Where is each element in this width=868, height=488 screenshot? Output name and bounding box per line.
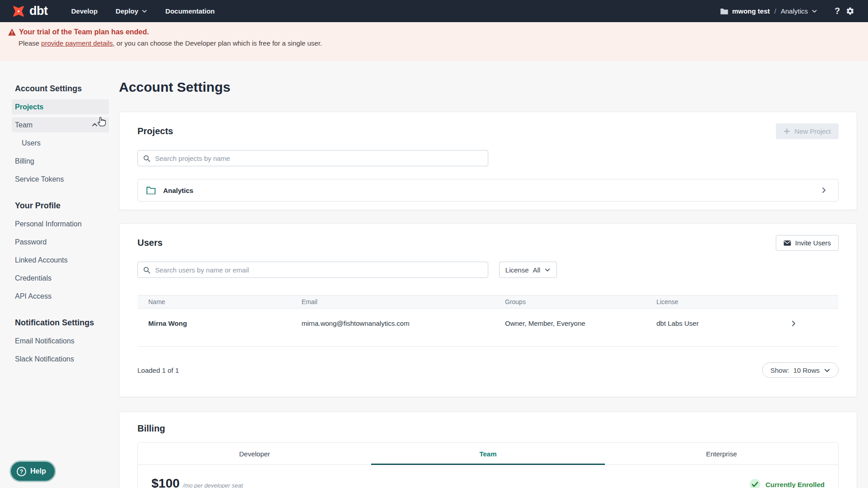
- check-icon: [750, 479, 760, 488]
- projects-section-title: Projects: [137, 126, 173, 136]
- tab-enterprise[interactable]: Enterprise: [605, 443, 838, 465]
- billing-plan-tabs: Developer Team Enterprise: [138, 443, 838, 465]
- chevron-down-icon: [544, 267, 551, 273]
- top-navigation-bar: dbt Develop Deploy Documentation mwong t…: [0, 0, 868, 22]
- price-suffix: /mo per developer seat: [183, 482, 243, 488]
- question-circle-icon: ?: [17, 467, 26, 476]
- users-card: Users Invite Users: [119, 223, 857, 397]
- sidebar-heading-notification-settings: Notification Settings: [15, 318, 109, 328]
- main-content: Account Settings Projects New Project: [119, 79, 857, 488]
- sidebar-item-team[interactable]: Team: [12, 117, 109, 132]
- banner-body: Please provide payment details, or you c…: [19, 39, 868, 47]
- settings-sidebar: Account Settings Projects Team Users Bil…: [12, 84, 109, 370]
- help-floating-button[interactable]: ? Help: [11, 462, 55, 481]
- sidebar-item-projects[interactable]: Projects: [12, 99, 109, 114]
- dbt-logo[interactable]: dbt: [12, 4, 47, 18]
- table-row-user[interactable]: Mirna Wong mirna.wong@fishtownanalytics.…: [137, 309, 839, 347]
- users-search-input[interactable]: [137, 262, 488, 278]
- tab-team[interactable]: Team: [371, 443, 604, 465]
- provide-payment-details-link[interactable]: provide payment details: [41, 39, 113, 47]
- chevron-down-icon: [142, 8, 147, 14]
- chevron-right-icon: [820, 187, 827, 194]
- column-header-email: Email: [302, 298, 505, 305]
- sidebar-item-password[interactable]: Password: [12, 235, 109, 249]
- sidebar-item-users[interactable]: Users: [12, 136, 109, 150]
- column-header-name: Name: [137, 298, 302, 305]
- chevron-right-icon: [748, 319, 839, 327]
- users-table-header: Name Email Groups License: [137, 296, 839, 309]
- sidebar-heading-account-settings: Account Settings: [15, 84, 109, 94]
- column-header-license: License: [656, 298, 748, 305]
- search-icon: [143, 155, 151, 162]
- envelope-icon: [783, 240, 791, 246]
- help-icon[interactable]: ?: [831, 5, 844, 18]
- sidebar-item-personal-information[interactable]: Personal Information: [12, 216, 109, 231]
- account-name: mwong test: [732, 7, 769, 15]
- projects-search: [137, 150, 488, 166]
- page-title: Account Settings: [119, 79, 857, 95]
- current-project-name: Analytics: [781, 7, 808, 15]
- sidebar-item-api-access[interactable]: API Access: [12, 289, 109, 304]
- brand-name: dbt: [29, 4, 47, 18]
- sidebar-heading-your-profile: Your Profile: [15, 201, 109, 211]
- sidebar-item-service-tokens[interactable]: Service Tokens: [12, 172, 109, 187]
- sidebar-item-credentials[interactable]: Credentials: [12, 271, 109, 286]
- invite-users-button[interactable]: Invite Users: [776, 235, 839, 251]
- users-section-title: Users: [137, 238, 163, 248]
- show-rows-value: 10 Rows: [793, 366, 820, 374]
- topbar-right: mwong test / Analytics ?: [720, 5, 856, 18]
- sidebar-item-email-notifications[interactable]: Email Notifications: [12, 333, 109, 348]
- tab-developer[interactable]: Developer: [138, 443, 371, 465]
- user-name-cell: Mirna Wong: [137, 319, 302, 327]
- sidebar-item-slack-notifications[interactable]: Slack Notifications: [12, 352, 109, 366]
- trial-ended-banner: Your trial of the Team plan has ended. P…: [0, 22, 868, 61]
- column-header-groups: Groups: [505, 298, 656, 305]
- folder-icon: [146, 186, 156, 194]
- license-filter-dropdown[interactable]: License All: [499, 262, 557, 278]
- loaded-count-text: Loaded 1 of 1: [137, 366, 179, 374]
- gear-icon[interactable]: [844, 5, 856, 18]
- chevron-up-icon: [91, 122, 98, 128]
- account-project-switcher[interactable]: mwong test / Analytics: [720, 7, 817, 15]
- users-table: Name Email Groups License Mirna Wong mir…: [137, 295, 839, 347]
- warning-icon: [8, 28, 16, 36]
- new-project-button[interactable]: New Project: [776, 123, 839, 139]
- dbt-logo-icon: [12, 5, 25, 18]
- show-rows-label: Show:: [770, 366, 789, 374]
- enrolled-text: Currently Enrolled: [765, 481, 825, 488]
- user-email-cell: mirna.wong@fishtownanalytics.com: [302, 319, 505, 327]
- banner-title: Your trial of the Team plan has ended.: [19, 28, 149, 36]
- license-filter-value: All: [533, 266, 541, 274]
- user-license-cell: dbt Labs User: [656, 319, 748, 327]
- billing-card: Billing Developer Team Enterprise $100 /…: [119, 412, 857, 488]
- sidebar-item-billing[interactable]: Billing: [12, 154, 109, 169]
- search-icon: [143, 266, 151, 274]
- license-filter-label: License: [505, 266, 529, 274]
- project-row-analytics[interactable]: Analytics: [137, 179, 839, 202]
- enrollment-status-badge: Currently Enrolled: [750, 479, 825, 488]
- users-search: [137, 262, 488, 278]
- project-name: Analytics: [163, 187, 193, 194]
- plan-price: $100 /mo per developer seat: [151, 476, 243, 488]
- plus-icon: [783, 128, 790, 135]
- billing-section-title: Billing: [137, 423, 839, 434]
- billing-plans-panel: Developer Team Enterprise $100 /mo per d…: [137, 442, 839, 488]
- nav-deploy[interactable]: Deploy: [116, 7, 147, 15]
- price-amount: $100: [151, 476, 179, 488]
- user-groups-cell: Owner, Member, Everyone: [505, 319, 656, 327]
- chevron-down-icon: [811, 8, 817, 14]
- breadcrumb-separator: /: [774, 7, 776, 15]
- chevron-down-icon: [824, 367, 830, 374]
- projects-search-input[interactable]: [137, 150, 488, 166]
- show-rows-dropdown[interactable]: Show: 10 Rows: [762, 362, 839, 378]
- sidebar-item-linked-accounts[interactable]: Linked Accounts: [12, 253, 109, 267]
- projects-card: Projects New Project: [119, 112, 857, 210]
- nav-develop[interactable]: Develop: [71, 7, 97, 15]
- primary-nav: Develop Deploy Documentation: [71, 7, 215, 15]
- folder-icon: [720, 8, 728, 15]
- nav-documentation[interactable]: Documentation: [165, 7, 215, 15]
